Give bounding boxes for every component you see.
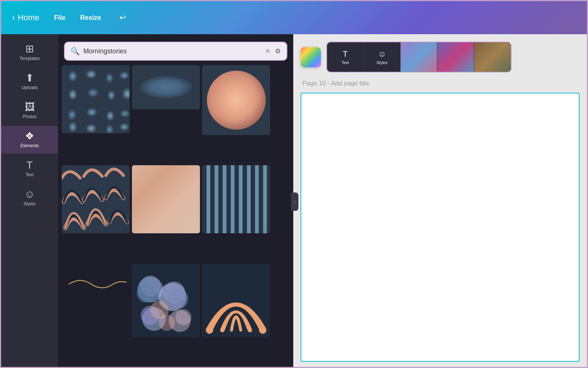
home-label[interactable]: Home	[18, 13, 39, 22]
grid-item-rainbows[interactable]	[62, 165, 130, 233]
search-clear-button[interactable]: ✕	[265, 47, 270, 55]
elements-panel: 🔍 ✕ ⚙	[58, 34, 293, 368]
canvas-toolbar: T Text ☺ Styles	[301, 42, 580, 72]
grid-item-rainbow-arch[interactable]	[202, 264, 270, 337]
sidebar-item-photos[interactable]: 🖼 Photos	[1, 97, 58, 124]
canvas-page[interactable]	[301, 93, 580, 362]
sidebar-item-styles[interactable]: ☺ Styles	[1, 184, 58, 212]
text-thumb-label: Text	[341, 60, 349, 65]
resize-button[interactable]: Resize	[80, 14, 101, 22]
text-style-thumb[interactable]: T Text	[327, 42, 364, 72]
rainbows-svg	[62, 165, 130, 233]
file-button[interactable]: File	[54, 14, 65, 22]
photos-label: Photos	[23, 114, 36, 119]
templates-icon: ⊞	[25, 44, 34, 54]
style-thumbnails: T Text ☺ Styles	[326, 42, 512, 72]
svg-point-2	[137, 284, 155, 302]
search-filter-button[interactable]: ⚙	[275, 47, 281, 55]
templates-label: Templates	[19, 56, 40, 61]
styles-icon: ☺	[24, 189, 35, 199]
undo-button[interactable]: ↩	[119, 13, 126, 22]
grid-item-stripes[interactable]	[202, 165, 270, 233]
main-layout: ⊞ Templates ⬆ Uploads 🖼 Photos ❖ Element…	[1, 34, 587, 368]
collapse-icon: ‹	[294, 199, 295, 204]
back-icon: ‹	[12, 13, 15, 22]
sidebar-item-uploads[interactable]: ⬆ Uploads	[1, 68, 58, 95]
elements-label: Elements	[20, 143, 39, 148]
navbar: ‹ Home File Resize ↩	[1, 1, 587, 34]
search-input[interactable]	[83, 47, 265, 55]
rainbow-arch-svg	[202, 264, 270, 334]
text-thumb-icon: T	[343, 49, 348, 59]
grid-item-blue-blob[interactable]	[132, 65, 200, 109]
uploads-icon: ⬆	[25, 73, 34, 83]
panel-collapse-handle[interactable]: ‹	[291, 192, 298, 211]
grid-item-blue-dots[interactable]	[62, 65, 130, 133]
color-picker-button[interactable]	[301, 47, 321, 67]
styles-thumb-label: Styles	[377, 60, 388, 65]
flower-shape	[207, 71, 266, 130]
search-bar: 🔍 ✕ ⚙	[64, 42, 287, 61]
canvas-area: T Text ☺ Styles Page 10 - Add page title	[293, 34, 587, 368]
svg-point-5	[168, 289, 188, 309]
page-title: Page 10 - Add page title	[301, 80, 580, 87]
sidebar: ⊞ Templates ⬆ Uploads 🖼 Photos ❖ Element…	[1, 34, 58, 368]
styles-thumb-icon: ☺	[378, 49, 386, 59]
sidebar-item-text[interactable]: T Text	[1, 155, 58, 183]
grid-item-blue-flowers[interactable]	[132, 264, 200, 337]
grid-item-peach-watercolor[interactable]	[132, 165, 200, 233]
color-thumb-3[interactable]	[474, 42, 511, 72]
styles-style-thumb[interactable]: ☺ Styles	[364, 42, 401, 72]
sidebar-item-elements[interactable]: ❖ Elements	[1, 126, 58, 153]
blob-shape	[140, 76, 192, 98]
search-icon: 🔍	[71, 47, 80, 56]
color-thumb-2[interactable]	[437, 42, 474, 72]
svg-point-11	[159, 315, 175, 331]
grid-item-pink-flower[interactable]	[202, 65, 270, 135]
sidebar-item-templates[interactable]: ⊞ Templates	[1, 39, 58, 66]
blue-flowers-svg	[132, 264, 200, 337]
image-grid	[58, 65, 293, 368]
photos-icon: 🖼	[25, 102, 35, 112]
svg-point-9	[175, 309, 191, 325]
elements-icon: ❖	[25, 131, 34, 141]
wavy-svg	[62, 264, 130, 301]
styles-label: Styles	[24, 201, 36, 206]
text-label: Text	[25, 172, 33, 177]
grid-item-wavy-line[interactable]	[62, 264, 130, 301]
back-button[interactable]: ‹ Home	[12, 13, 39, 22]
color-thumb-1[interactable]	[401, 42, 437, 72]
text-icon: T	[26, 160, 33, 170]
uploads-label: Uploads	[21, 85, 37, 90]
